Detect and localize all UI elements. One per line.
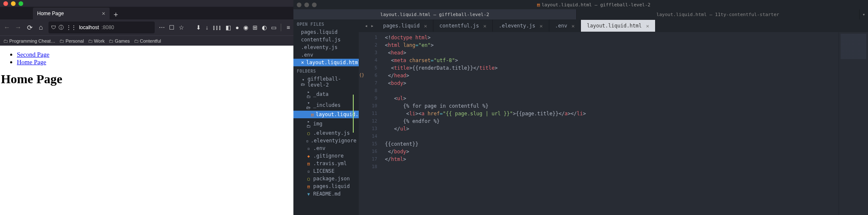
- code-text[interactable]: <!doctype html> <html lang="en"> <head> …: [382, 32, 838, 215]
- new-tab-button[interactable]: +: [110, 11, 123, 19]
- folder-root[interactable]: ▾🗁giffleball-level-2: [293, 75, 359, 89]
- file-tab[interactable]: pages.liquid×: [377, 20, 434, 32]
- forward-button[interactable]: →: [15, 22, 22, 33]
- file-tab[interactable]: contentful.js×: [433, 20, 493, 32]
- bookmarks-bar: 🗀Programming Cheat… 🗀Personal 🗀Work 🗀Gam…: [0, 35, 293, 46]
- open-file[interactable]: pages.liquid: [293, 28, 359, 36]
- file-icon: ▤: [537, 2, 540, 8]
- reload-button[interactable]: ⟳: [26, 22, 33, 33]
- close-icon[interactable]: ×: [301, 60, 304, 65]
- file-tab[interactable]: .eleventy.js×: [493, 20, 549, 32]
- open-files-header: OPEN FILES: [293, 19, 359, 28]
- file-item[interactable]: ▤.travis.yml: [293, 160, 359, 167]
- reader-icon[interactable]: ☐: [169, 24, 175, 31]
- sidebar-icon[interactable]: ◧: [226, 24, 231, 31]
- menu-icon[interactable]: ≡: [287, 24, 290, 31]
- browser-toolbar: ← → ⟳ ⌂ 🛡 ⓘ ⋮⋮ localhost:8080 ⋯ ☐ ☆ ⬇ ↓ …: [0, 19, 293, 35]
- minimap[interactable]: [838, 32, 868, 215]
- folder-item[interactable]: ▸🗀_data: [293, 89, 359, 100]
- toolbar-actions: ⋯ ☐ ☆ ⬇ ↓ ⫿⫿⫿ ◧ ● ◉ ⊞ ◐ ▭ ≡: [159, 24, 290, 31]
- folder-icon: 🗀: [59, 38, 64, 44]
- page-link[interactable]: Home Page: [17, 59, 46, 65]
- minimize-window[interactable]: [304, 3, 309, 7]
- ext1-icon[interactable]: ●: [235, 24, 239, 31]
- file-icon: ▫: [306, 146, 311, 151]
- project-tab[interactable]: layout.liquid.html — giffleball-level-2: [293, 9, 577, 19]
- file-item-selected[interactable]: ▤layout.liquid.html: [293, 111, 359, 118]
- file-item[interactable]: ▫.eleventyignore: [293, 137, 359, 144]
- close-icon[interactable]: ×: [646, 23, 649, 29]
- code-area[interactable]: {} 123456789101112131415161718 <!doctype…: [359, 32, 868, 215]
- page-link[interactable]: Second Page: [17, 51, 49, 58]
- folder-icon: 🗀: [134, 38, 139, 44]
- file-tab[interactable]: .env×: [549, 20, 581, 32]
- close-icon[interactable]: ×: [483, 23, 486, 29]
- file-icon: ▫: [306, 169, 311, 174]
- project-tab[interactable]: layout.liquid.html — 11ty-contentful-sta…: [577, 9, 860, 19]
- open-file[interactable]: contentful.js: [293, 36, 359, 44]
- file-item[interactable]: ▢.eleventy.js: [293, 129, 359, 137]
- file-item[interactable]: ▫.env: [293, 144, 359, 152]
- ext5-icon[interactable]: ▭: [271, 24, 277, 31]
- ext2-icon[interactable]: ◉: [243, 24, 248, 31]
- bookmark-folder[interactable]: 🗀Programming Cheat…: [3, 38, 55, 44]
- page-content: Second Page Home Page Home Page: [0, 46, 293, 215]
- back-button[interactable]: ←: [3, 22, 11, 33]
- close-icon[interactable]: ×: [540, 23, 543, 29]
- open-file-selected[interactable]: ×layout.liquid.html: [293, 59, 359, 66]
- folder-item[interactable]: ▸🗀img: [293, 118, 359, 129]
- library-icon[interactable]: ⫿⫿⫿: [212, 24, 221, 31]
- close-window[interactable]: [297, 3, 301, 7]
- line-gutter: 123456789101112131415161718: [365, 32, 382, 215]
- maximize-window[interactable]: [19, 1, 23, 6]
- window-title: ▤layout.liquid.html — giffleball-level-2: [320, 2, 868, 8]
- bookmark-folder[interactable]: 🗀Games: [109, 38, 129, 44]
- browser-tab-bar: Home Page × +: [0, 7, 293, 19]
- close-window[interactable]: [3, 1, 8, 6]
- browser-tab-active[interactable]: Home Page ×: [33, 8, 110, 19]
- dropdown-icon[interactable]: ▾: [860, 9, 868, 19]
- open-file[interactable]: .eleventy.js: [293, 44, 359, 51]
- editor-window-controls: ▤layout.liquid.html — giffleball-level-2: [293, 0, 868, 9]
- close-icon[interactable]: ×: [571, 23, 575, 29]
- star-icon[interactable]: ☆: [179, 24, 184, 31]
- folder-icon: 🗀: [88, 38, 93, 44]
- folders-header: FOLDERS: [293, 66, 359, 75]
- bookmark-folder[interactable]: 🗀Work: [88, 38, 105, 44]
- file-item[interactable]: ▫LICENSE: [293, 167, 359, 175]
- file-tab-active[interactable]: layout.liquid.html×: [581, 20, 656, 32]
- more-icon[interactable]: ⋯: [159, 24, 165, 31]
- maximize-window[interactable]: [312, 3, 317, 7]
- url-port: :8080: [102, 24, 114, 30]
- file-tabs: ◂ ▸ pages.liquid× contentful.js× .eleven…: [359, 19, 868, 32]
- tab-title: Home Page: [37, 11, 64, 16]
- home-button[interactable]: ⌂: [38, 22, 45, 33]
- file-icon: ▫: [306, 139, 309, 143]
- folder-open-icon: ▾🗁: [306, 101, 311, 110]
- sublime-editor: ▤layout.liquid.html — giffleball-level-2…: [293, 0, 868, 215]
- folder-icon: ▸🗀: [306, 90, 311, 99]
- file-item[interactable]: ▼README.md: [293, 190, 359, 198]
- tab-nav-arrows[interactable]: ◂ ▸: [361, 23, 377, 29]
- git-file-icon: ◆: [306, 154, 311, 158]
- file-item[interactable]: ▢package.json: [293, 175, 359, 182]
- folder-icon: ▸🗀: [306, 119, 311, 128]
- folder-item[interactable]: ▾🗁_includes: [293, 100, 359, 111]
- file-item[interactable]: ▤pages.liquid: [293, 182, 359, 190]
- file-item[interactable]: ◆.gitignore: [293, 152, 359, 160]
- info-icon: ⓘ: [59, 24, 64, 31]
- close-tab-icon[interactable]: ×: [102, 10, 105, 17]
- shield-icon: 🛡: [51, 24, 56, 30]
- open-file[interactable]: .env: [293, 51, 359, 59]
- url-host: localhost: [79, 24, 99, 30]
- download-icon[interactable]: ↓: [205, 24, 208, 31]
- pocket-icon[interactable]: ⬇: [196, 24, 201, 31]
- bookmark-folder[interactable]: 🗀Personal: [59, 38, 83, 44]
- minimize-window[interactable]: [11, 1, 16, 6]
- url-bar[interactable]: 🛡 ⓘ ⋮⋮ localhost:8080: [48, 22, 155, 33]
- bookmark-folder[interactable]: 🗀Contentful: [134, 38, 161, 44]
- close-icon[interactable]: ×: [424, 23, 427, 29]
- ext3-icon[interactable]: ⊞: [253, 24, 258, 31]
- ext4-icon[interactable]: ◐: [262, 24, 267, 31]
- json-file-icon: ▢: [306, 177, 311, 181]
